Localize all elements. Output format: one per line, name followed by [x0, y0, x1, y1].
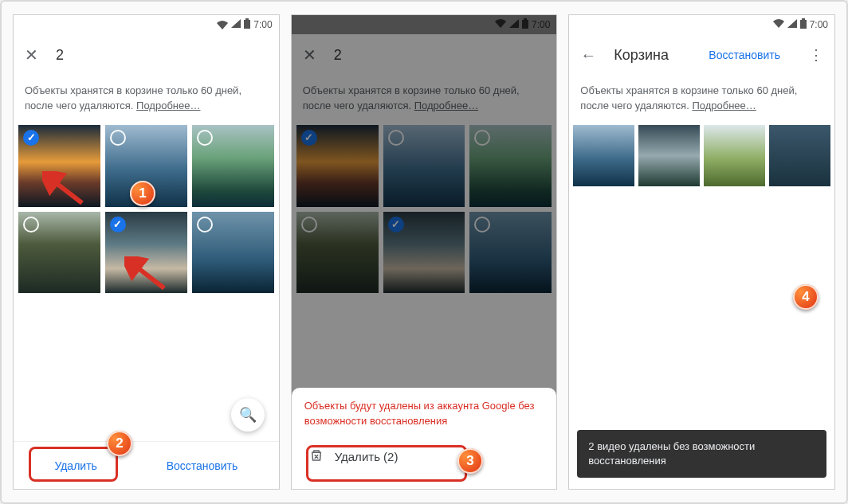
photo-thumb[interactable] — [192, 125, 274, 207]
thumbnail-image — [704, 125, 765, 186]
svg-rect-6 — [800, 20, 807, 29]
svg-rect-0 — [244, 20, 250, 29]
photo-thumb[interactable] — [769, 125, 830, 186]
restore-all-button[interactable]: Восстановить — [709, 49, 780, 61]
thumbnail-image — [573, 125, 634, 186]
tutorial-marker-4: 4 — [793, 284, 819, 310]
selection-appbar: ✕ 2 — [14, 34, 279, 76]
photo-thumb[interactable] — [18, 212, 100, 294]
tutorial-arrow — [124, 256, 167, 291]
status-bar: 7:00 — [14, 15, 279, 34]
tutorial-canvas: 7:00 ✕ 2 Объекты хранятся в корзине толь… — [0, 0, 848, 504]
close-icon[interactable]: ✕ — [25, 45, 38, 64]
back-icon[interactable]: ← — [580, 46, 596, 64]
checkbox-unchecked-icon[interactable] — [197, 217, 213, 232]
wifi-icon — [773, 19, 784, 30]
thumbnail-image — [769, 125, 830, 186]
checkbox-unchecked-icon[interactable] — [197, 130, 213, 146]
page-title: Корзина — [614, 47, 669, 64]
checkbox-checked-icon[interactable] — [23, 130, 39, 146]
learn-more-link[interactable]: Подробнее… — [692, 100, 756, 111]
zoom-icon: 🔍 — [239, 406, 257, 424]
selection-count: 2 — [56, 47, 64, 64]
tutorial-marker-2: 2 — [107, 431, 132, 456]
trash-appbar: ← Корзина Восстановить ⋮ — [569, 34, 834, 76]
screen-select-items: 7:00 ✕ 2 Объекты хранятся в корзине толь… — [13, 14, 280, 490]
info-banner: Объекты хранятся в корзине только 60 дне… — [569, 76, 834, 125]
checkbox-checked-icon[interactable] — [110, 217, 126, 232]
battery-icon — [244, 18, 250, 31]
screen-trash-after: 7:00 ← Корзина Восстановить ⋮ Объекты хр… — [568, 14, 835, 490]
checkbox-unchecked-icon[interactable] — [23, 217, 39, 232]
battery-icon — [800, 18, 807, 31]
tutorial-marker-3: 3 — [457, 448, 483, 474]
tutorial-highlight-delete — [29, 447, 118, 482]
tutorial-marker-1: 1 — [130, 181, 155, 206]
tutorial-arrow — [42, 171, 85, 206]
zoom-fab[interactable]: 🔍 — [231, 398, 265, 432]
photo-thumb[interactable] — [192, 212, 274, 294]
checkbox-unchecked-icon[interactable] — [110, 130, 126, 146]
info-text: Объекты хранятся в корзине только 60 дне… — [580, 84, 797, 111]
info-text: Объекты хранятся в корзине только 60 дне… — [25, 84, 241, 111]
photo-thumb[interactable] — [638, 125, 700, 186]
photo-thumb[interactable] — [704, 125, 765, 186]
status-time: 7:00 — [253, 19, 272, 30]
signal-icon — [231, 19, 241, 30]
status-time: 7:00 — [810, 19, 828, 30]
restore-button[interactable]: Восстановить — [152, 453, 253, 479]
tutorial-highlight-confirm — [306, 445, 467, 482]
more-icon[interactable]: ⋮ — [809, 46, 823, 64]
status-bar: 7:00 — [569, 15, 834, 34]
signal-icon — [787, 19, 797, 30]
info-banner: Объекты хранятся в корзине только 60 дне… — [14, 76, 279, 125]
snackbar: 2 видео удалены без возможности восстано… — [577, 430, 826, 478]
delete-warning-text: Объекты будут удалены из аккаунта Google… — [304, 399, 544, 429]
svg-rect-1 — [245, 18, 249, 20]
svg-line-3 — [129, 261, 164, 288]
svg-rect-7 — [802, 18, 805, 20]
snackbar-text: 2 видео удалены без возможности восстано… — [588, 440, 755, 467]
learn-more-link[interactable]: Подробнее… — [136, 100, 200, 111]
photo-grid — [569, 125, 834, 186]
screen-confirm-delete: 7:00 ✕ 2 Объекты хранятся в корзине толь… — [291, 14, 558, 490]
photo-thumb[interactable] — [573, 125, 634, 186]
thumbnail-image — [638, 125, 700, 186]
svg-line-2 — [47, 176, 82, 203]
wifi-icon — [217, 21, 228, 29]
